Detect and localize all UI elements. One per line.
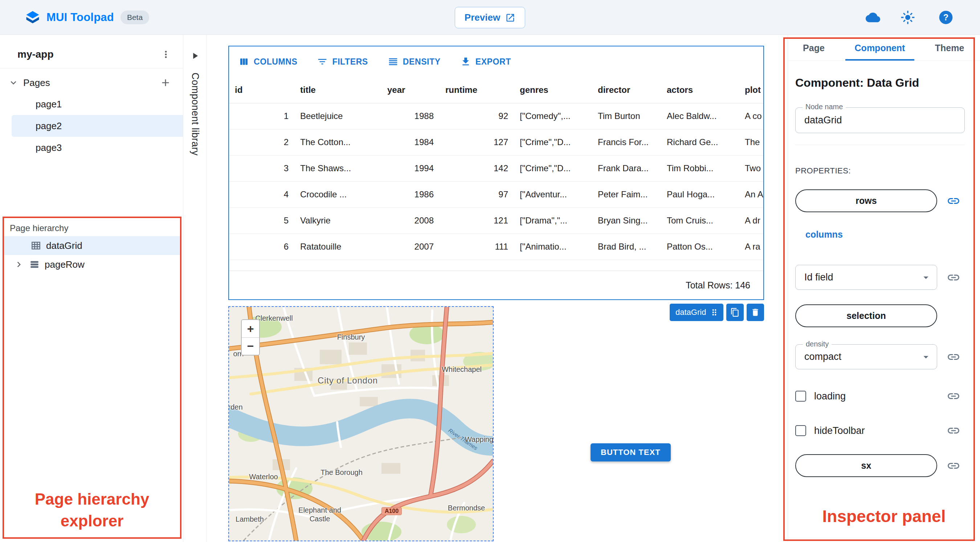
- density-binding-button[interactable]: [947, 350, 960, 364]
- kebab-menu-icon[interactable]: [161, 49, 171, 60]
- tab-component[interactable]: Component: [845, 35, 914, 61]
- table-row[interactable]: 3The Shaws... 1994142 ["Crime","D...Fran…: [229, 155, 763, 181]
- filter-icon: [317, 56, 328, 67]
- density-select[interactable]: density compact: [795, 344, 937, 369]
- id-field-select[interactable]: Id field: [795, 265, 937, 290]
- brand: MUI Toolpad Beta: [25, 0, 149, 35]
- help-button[interactable]: ?: [937, 9, 955, 26]
- link-icon: [947, 459, 960, 473]
- pages-tree-header[interactable]: Pages: [0, 72, 183, 93]
- column-header-id[interactable]: id: [229, 77, 294, 103]
- panel-expand-icon[interactable]: [190, 51, 200, 61]
- column-header-runtime[interactable]: runtime: [439, 77, 514, 103]
- page-hierarchy-annotation: Page hierarchy explorer: [16, 488, 169, 531]
- link-icon: [947, 350, 960, 364]
- column-header-title[interactable]: title: [294, 77, 382, 103]
- page-hierarchy-panel: Page hierarchy dataGrid: [3, 216, 181, 539]
- view-columns-icon: [239, 56, 249, 67]
- sx-binding-button[interactable]: [947, 459, 960, 473]
- hidetoolbar-binding-button[interactable]: [947, 424, 960, 437]
- table-row[interactable]: 2The Cotton... 1984127 ["Crime","D...Fra…: [229, 129, 763, 155]
- hierarchy-item-pagerow[interactable]: pageRow: [4, 255, 180, 274]
- sidebar-item-page3[interactable]: page3: [0, 137, 183, 159]
- density-button-label: DENSITY: [403, 57, 441, 67]
- inspector-heading: Component: Data Grid: [795, 76, 919, 90]
- theme-toggle-button[interactable]: [899, 9, 916, 26]
- table-row[interactable]: 1Beetlejuice 198892 ["Comedy",...Tim Bur…: [229, 103, 763, 129]
- map-component[interactable]: Clerkenwell orn Finsbury Whitechapel Cit…: [228, 306, 494, 541]
- tab-page[interactable]: Page: [801, 35, 826, 61]
- total-rows-label: Total Rows: 146: [686, 280, 750, 291]
- hidetoolbar-checkbox[interactable]: [795, 425, 806, 436]
- filters-button[interactable]: FILTERS: [317, 56, 368, 67]
- loading-checkbox[interactable]: [795, 391, 806, 402]
- preview-button[interactable]: Preview: [455, 7, 525, 28]
- prop-row-rows: rows: [795, 189, 960, 212]
- selection-property-button[interactable]: selection: [795, 304, 937, 327]
- selection-toolbar: dataGrid: [670, 304, 764, 321]
- rows-binding-button[interactable]: [947, 194, 960, 208]
- density-button[interactable]: DENSITY: [388, 56, 441, 67]
- pages-label: Pages: [23, 77, 50, 89]
- filters-button-label: FILTERS: [332, 57, 368, 67]
- column-header-director[interactable]: director: [592, 77, 661, 103]
- deploy-cloud-button[interactable]: [864, 9, 881, 26]
- link-icon: [947, 271, 960, 285]
- datagrid-component[interactable]: COLUMNS FILTERS DENSITY EXPORT: [228, 46, 764, 300]
- app-bar: MUI Toolpad Beta Preview: [0, 0, 980, 35]
- chevron-right-icon[interactable]: [13, 259, 24, 270]
- zoom-in-button[interactable]: +: [242, 320, 259, 337]
- density-label: density: [803, 340, 832, 348]
- toolpad-logo-icon: [25, 10, 40, 25]
- loading-label: loading: [814, 391, 846, 402]
- preview-label: Preview: [465, 12, 500, 23]
- prop-row-density: density compact: [795, 344, 960, 369]
- map-zoom-control: + −: [241, 319, 260, 356]
- component-library-strip[interactable]: Component library: [184, 35, 207, 542]
- prop-row-hidetoolbar: hideToolbar: [795, 424, 960, 437]
- table-row[interactable]: 4Crocodile ... 198697 ["Adventur...Peter…: [229, 181, 763, 208]
- table-row[interactable]: 5Valkyrie 2008121 ["Drama","...Bryan Sin…: [229, 208, 763, 234]
- datagrid-icon: [30, 240, 42, 251]
- column-header-genres[interactable]: genres: [514, 77, 592, 103]
- selected-node-chip[interactable]: dataGrid: [670, 304, 723, 321]
- trash-icon: [751, 308, 760, 317]
- datagrid-table: id title year runtime genres director ac…: [229, 77, 763, 260]
- rows-property-button[interactable]: rows: [795, 189, 937, 212]
- column-header-actors[interactable]: actors: [661, 77, 739, 103]
- node-name-input[interactable]: [795, 107, 965, 133]
- selected-node-label: dataGrid: [676, 308, 706, 317]
- sidebar-item-page2[interactable]: page2: [12, 115, 183, 137]
- node-name-field: Node name: [795, 107, 965, 133]
- zoom-out-button[interactable]: −: [242, 337, 259, 355]
- help-icon: ?: [938, 10, 953, 25]
- add-page-button[interactable]: [160, 77, 171, 89]
- link-icon: [947, 424, 960, 437]
- hierarchy-item-datagrid[interactable]: dataGrid: [4, 236, 180, 255]
- columns-property-link[interactable]: columns: [805, 229, 843, 240]
- export-button[interactable]: EXPORT: [460, 56, 511, 67]
- copy-icon: [730, 308, 740, 317]
- drag-handle-icon[interactable]: [710, 308, 719, 317]
- table-row[interactable]: 6Ratatouille 2007111 ["Animatio...Brad B…: [229, 234, 763, 260]
- sidebar-item-page1[interactable]: page1: [0, 93, 183, 115]
- canvas-button-component[interactable]: BUTTON TEXT: [590, 443, 671, 461]
- app-title: MUI Toolpad: [46, 11, 114, 24]
- column-header-plot[interactable]: plot: [739, 77, 763, 103]
- caret-down-icon: [920, 351, 932, 363]
- duplicate-node-button[interactable]: [726, 304, 744, 321]
- loading-binding-button[interactable]: [947, 389, 960, 403]
- pagerow-icon: [29, 259, 40, 270]
- app-name-row: my-app: [0, 43, 183, 65]
- column-header-year[interactable]: year: [382, 77, 439, 103]
- page-hierarchy-title: Page hierarchy: [4, 218, 180, 236]
- delete-node-button[interactable]: [747, 304, 764, 321]
- cloud-icon: [865, 10, 880, 25]
- divider: [795, 145, 965, 145]
- tab-theme[interactable]: Theme: [933, 35, 966, 61]
- columns-button[interactable]: COLUMNS: [239, 56, 297, 67]
- sx-property-button[interactable]: sx: [795, 454, 937, 477]
- open-in-new-icon: [505, 13, 515, 23]
- idfield-binding-button[interactable]: [947, 271, 960, 285]
- plus-icon: [160, 77, 171, 89]
